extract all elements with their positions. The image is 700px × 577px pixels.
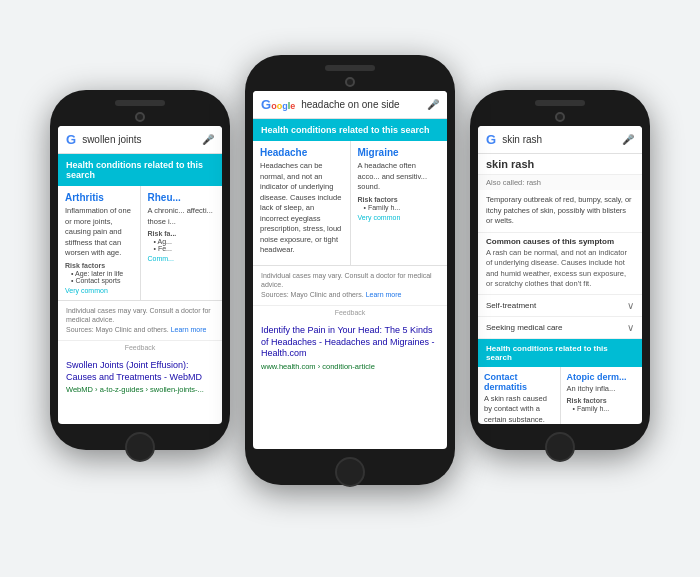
right-also-called: Also called: rash <box>478 175 642 190</box>
center-condition-header: Health conditions related to this search <box>253 119 447 141</box>
right-card1-title[interactable]: Contact dermatitis <box>484 372 554 392</box>
right-seeking-care-arrow[interactable]: ∨ <box>627 322 634 333</box>
right-symptom-body: A rash can be normal, and not an indicat… <box>486 248 634 290</box>
center-mic-icon[interactable]: 🎤 <box>427 99 439 110</box>
left-home-button[interactable] <box>125 432 155 462</box>
left-card2-desc: A chronic... affecti... those i... <box>148 206 216 227</box>
left-search-result[interactable]: Swollen Joints (Joint Effusion): Causes … <box>58 354 222 400</box>
right-mic-icon[interactable]: 🎤 <box>622 134 634 145</box>
right-symptom-title: Common causes of this symptom <box>486 237 634 246</box>
left-condition-header: Health conditions related to this search <box>58 154 222 186</box>
right-seeking-care-label: Seeking medical care <box>486 323 562 332</box>
center-screen: Google headache on one side 🎤 Health con… <box>253 91 447 449</box>
right-rash-title: skin rash <box>478 154 642 175</box>
left-card2-title[interactable]: Rheu... <box>148 192 216 203</box>
left-screen: G swollen joints 🎤 Health conditions rel… <box>58 126 222 424</box>
right-search-text[interactable]: skin rash <box>502 134 618 145</box>
phone-right: G skin rash 🎤 skin rash Also called: ras… <box>470 90 650 450</box>
left-result-title[interactable]: Swollen Joints (Joint Effusion): Causes … <box>66 360 214 383</box>
left-mic-icon[interactable]: 🎤 <box>202 134 214 145</box>
phone-left: G swollen joints 🎤 Health conditions rel… <box>50 90 230 450</box>
center-search-result[interactable]: Identify the Pain in Your Head: The 5 Ki… <box>253 319 447 377</box>
right-condition-header: Health conditions related to this search <box>478 339 642 367</box>
left-card-rheu: Rheu... A chronic... affecti... those i.… <box>141 186 223 300</box>
left-google-logo: G <box>66 132 76 147</box>
center-card-migraine: Migraine A headache often acco... and se… <box>351 141 448 265</box>
center-card2-title[interactable]: Migraine <box>358 147 441 158</box>
left-card1-desc: Inflammation of one or more joints, caus… <box>65 206 133 259</box>
right-speaker <box>535 100 585 106</box>
left-search-bar[interactable]: G swollen joints 🎤 <box>58 126 222 154</box>
center-learn-more[interactable]: Learn more <box>366 291 402 298</box>
center-cards-row: Headache Headaches can be normal, and no… <box>253 141 447 266</box>
left-card1-risk1: Age: later in life <box>65 270 133 277</box>
right-screen: G skin rash 🎤 skin rash Also called: ras… <box>478 126 642 424</box>
right-card2-risk-label: Risk factors <box>567 397 637 404</box>
left-cards-row: Arthritis Inflammation of one or more jo… <box>58 186 222 301</box>
left-card2-risk2: Fe... <box>148 245 216 252</box>
center-card1-desc: Headaches can be normal, and not an indi… <box>260 161 343 256</box>
left-card2-risk1: Ag... <box>148 238 216 245</box>
right-card2-desc: An itchy infla... <box>567 384 637 395</box>
right-card-contact: Contact dermatitis A skin rash caused by… <box>478 367 561 425</box>
center-card2-risk-label: Risk factors <box>358 196 441 203</box>
phone-center: Google headache on one side 🎤 Health con… <box>245 55 455 485</box>
left-result-url: WebMD › a-to-z-guides › swollen-joints-.… <box>66 385 214 394</box>
center-home-button[interactable] <box>335 457 365 487</box>
right-google-logo: G <box>486 132 496 147</box>
center-camera <box>345 77 355 87</box>
right-card-atopic: Atopic derm... An itchy infla... Risk fa… <box>561 367 643 425</box>
right-cards-row: Contact dermatitis A skin rash caused by… <box>478 367 642 425</box>
right-rash-desc: Temporary outbreak of red, bumpy, scaly,… <box>478 190 642 233</box>
center-card2-risk1: Family h... <box>358 204 441 211</box>
left-card1-risk-label: Risk factors <box>65 262 133 269</box>
right-self-treatment-row[interactable]: Self-treatment ∨ <box>478 295 642 317</box>
left-speaker <box>115 100 165 106</box>
right-card1-desc: A skin rash caused by contact with a cer… <box>484 394 554 425</box>
right-self-treatment-label: Self-treatment <box>486 301 536 310</box>
center-feedback[interactable]: Feedback <box>253 306 447 319</box>
center-card-headache: Headache Headaches can be normal, and no… <box>253 141 351 265</box>
left-card2-risk-label: Risk fa... <box>148 230 216 237</box>
right-card2-title[interactable]: Atopic derm... <box>567 372 637 382</box>
center-result-title[interactable]: Identify the Pain in Your Head: The 5 Ki… <box>261 325 439 360</box>
center-google-logo: Google <box>261 97 295 112</box>
left-card2-tag: Comm... <box>148 255 216 262</box>
phones-container: G swollen joints 🎤 Health conditions rel… <box>0 0 700 577</box>
center-result-url: www.health.com › condition-article <box>261 362 439 371</box>
right-card2-risk1: Family h... <box>567 405 637 412</box>
right-seeking-care-row[interactable]: Seeking medical care ∨ <box>478 317 642 339</box>
left-learn-more[interactable]: Learn more <box>171 326 207 333</box>
center-search-text[interactable]: headache on one side <box>301 99 423 110</box>
center-speaker <box>325 65 375 71</box>
left-camera <box>135 112 145 122</box>
right-symptom-section: Common causes of this symptom A rash can… <box>478 233 642 295</box>
right-home-button[interactable] <box>545 432 575 462</box>
center-disclaimer: Individual cases may vary. Consult a doc… <box>253 266 447 306</box>
center-card2-desc: A headache often acco... and sensitiv...… <box>358 161 441 193</box>
right-self-treatment-arrow[interactable]: ∨ <box>627 300 634 311</box>
center-card1-title[interactable]: Headache <box>260 147 343 158</box>
left-card1-title[interactable]: Arthritis <box>65 192 133 203</box>
right-search-bar[interactable]: G skin rash 🎤 <box>478 126 642 154</box>
left-card1-risk2: Contact sports <box>65 277 133 284</box>
center-search-bar[interactable]: Google headache on one side 🎤 <box>253 91 447 119</box>
center-card2-tag: Very common <box>358 214 441 221</box>
left-disclaimer: Individual cases may vary. Consult a doc… <box>58 301 222 341</box>
left-card-arthritis: Arthritis Inflammation of one or more jo… <box>58 186 141 300</box>
left-card1-tag: Very common <box>65 287 133 294</box>
left-search-text[interactable]: swollen joints <box>82 134 198 145</box>
right-camera <box>555 112 565 122</box>
left-feedback[interactable]: Feedback <box>58 341 222 354</box>
